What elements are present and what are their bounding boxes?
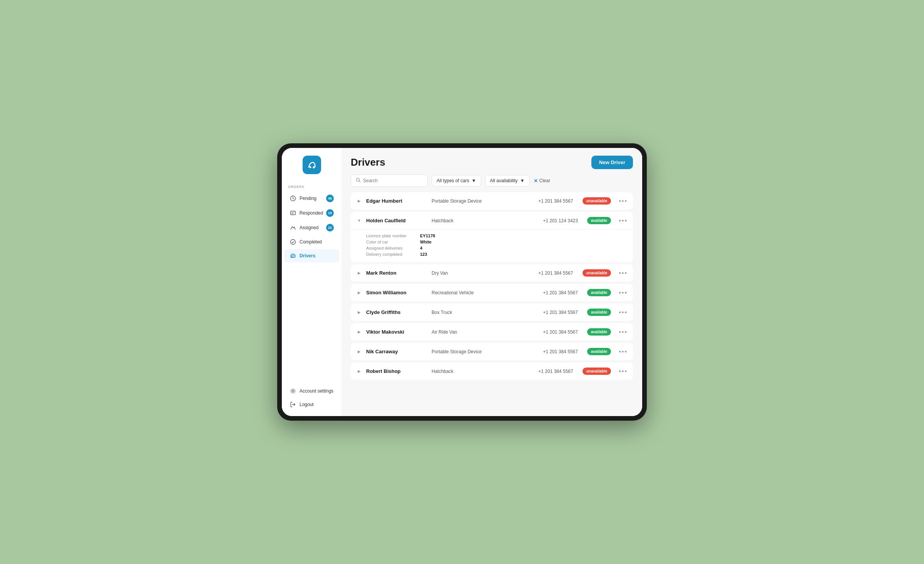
status-badge: available bbox=[587, 289, 611, 296]
driver-expand-row[interactable]: ▶ Nik Carraway Portable Storage Device +… bbox=[351, 343, 633, 360]
driver-name: Holden Caulfield bbox=[366, 218, 428, 223]
more-options-button[interactable]: ••• bbox=[619, 270, 628, 277]
search-icon bbox=[356, 178, 361, 184]
driver-row: ▶ Simon Williamon Recreational Vehicle +… bbox=[351, 284, 633, 301]
status-badge: unavailable bbox=[583, 269, 611, 277]
driver-expand-row[interactable]: ▶ Simon Williamon Recreational Vehicle +… bbox=[351, 284, 633, 301]
svg-point-8 bbox=[292, 390, 294, 392]
driver-expand-row[interactable]: ▶ Mark Renton Dry Van +1 201 384 5567 un… bbox=[351, 264, 633, 282]
responded-icon bbox=[290, 210, 296, 217]
driver-row: ▶ Nik Carraway Portable Storage Device +… bbox=[351, 343, 633, 360]
logout-icon bbox=[290, 401, 296, 408]
expand-icon: ▶ bbox=[356, 310, 362, 314]
sidebar-item-completed[interactable]: Completed bbox=[284, 235, 339, 248]
expand-icon: ▶ bbox=[356, 369, 362, 373]
svg-point-6 bbox=[291, 257, 292, 258]
responded-label: Responded bbox=[300, 210, 323, 216]
car-type-filter[interactable]: All types of cars ▼ bbox=[432, 175, 481, 186]
assigned-label: Assigned bbox=[300, 225, 318, 230]
driver-details: Licence plate number EY1178 Color of car… bbox=[351, 229, 633, 262]
driver-expand-row[interactable]: ▶ Edgar Humbert Portable Storage Device … bbox=[351, 192, 633, 210]
expand-icon: ▶ bbox=[356, 349, 362, 354]
svg-point-0 bbox=[309, 166, 311, 168]
driver-name: Edgar Humbert bbox=[366, 198, 428, 204]
driver-phone: +1 201 384 5567 bbox=[528, 349, 578, 354]
driver-expand-row[interactable]: ▼ Holden Caulfield Hatchback +1 201 124 … bbox=[351, 212, 633, 229]
driver-car-type: Box Truck bbox=[432, 310, 524, 315]
app-logo bbox=[303, 156, 321, 174]
settings-icon bbox=[290, 388, 296, 394]
driver-row: ▼ Holden Caulfield Hatchback +1 201 124 … bbox=[351, 212, 633, 262]
svg-point-4 bbox=[291, 240, 296, 245]
device-frame: ORDERS Pending 45 Respo bbox=[277, 143, 647, 421]
more-options-button[interactable]: ••• bbox=[619, 329, 628, 336]
drivers-label: Drivers bbox=[300, 253, 315, 258]
driver-car-type: Portable Storage Device bbox=[432, 198, 519, 204]
availability-label: All availability bbox=[490, 178, 518, 183]
account-label: Account settings bbox=[300, 388, 333, 394]
clear-x-icon: ✕ bbox=[534, 178, 538, 184]
driver-name: Mark Renton bbox=[366, 270, 428, 276]
licence-label: Licence plate number bbox=[366, 233, 416, 238]
pending-icon bbox=[290, 195, 296, 202]
page-title: Drivers bbox=[351, 156, 385, 168]
delivery-completed-value: 123 bbox=[420, 252, 628, 257]
sidebar-item-account[interactable]: Account settings bbox=[284, 384, 339, 398]
more-options-button[interactable]: ••• bbox=[619, 309, 628, 316]
availability-filter[interactable]: All availability ▼ bbox=[485, 175, 530, 186]
detail-grid: Licence plate number EY1178 Color of car… bbox=[366, 233, 628, 257]
expand-icon: ▶ bbox=[356, 199, 362, 203]
driver-row: ▶ Edgar Humbert Portable Storage Device … bbox=[351, 192, 633, 210]
svg-point-1 bbox=[313, 166, 315, 168]
driver-row: ▶ Mark Renton Dry Van +1 201 384 5567 un… bbox=[351, 264, 633, 282]
pending-badge: 45 bbox=[326, 195, 334, 202]
more-options-button[interactable]: ••• bbox=[619, 368, 628, 375]
more-options-button[interactable]: ••• bbox=[619, 217, 628, 224]
clear-button[interactable]: ✕ Clear bbox=[534, 178, 551, 184]
driver-name: Robert Bishop bbox=[366, 368, 428, 374]
driver-car-type: Hatchback bbox=[432, 218, 524, 223]
more-options-button[interactable]: ••• bbox=[619, 198, 628, 205]
expand-icon: ▶ bbox=[356, 330, 362, 334]
assigned-badge: 22 bbox=[326, 224, 334, 232]
sidebar-item-drivers[interactable]: Drivers bbox=[284, 249, 339, 262]
drivers-list: ▶ Edgar Humbert Portable Storage Device … bbox=[341, 192, 642, 416]
logo-area bbox=[282, 148, 341, 180]
driver-expand-row[interactable]: ▶ Viktor Makovski Air Ride Van +1 201 38… bbox=[351, 323, 633, 341]
main-header: Drivers New Driver bbox=[341, 148, 642, 175]
search-input[interactable] bbox=[363, 178, 423, 183]
delivery-completed-label: Delivery completed bbox=[366, 252, 416, 257]
driver-expand-row[interactable]: ▶ Clyde Griffiths Box Truck +1 201 384 5… bbox=[351, 304, 633, 321]
status-badge: unavailable bbox=[583, 197, 611, 205]
more-options-button[interactable]: ••• bbox=[619, 289, 628, 296]
status-badge: available bbox=[587, 328, 611, 336]
driver-phone: +1 201 384 5567 bbox=[523, 198, 573, 204]
svg-point-7 bbox=[294, 257, 295, 258]
driver-phone: +1 201 384 5567 bbox=[528, 290, 578, 295]
status-badge: available bbox=[587, 309, 611, 316]
logout-label: Logout bbox=[300, 402, 314, 407]
sidebar-item-assigned[interactable]: Assigned 22 bbox=[284, 221, 339, 235]
driver-name: Nik Carraway bbox=[366, 349, 428, 354]
sidebar-item-pending[interactable]: Pending 45 bbox=[284, 191, 339, 205]
assigned-icon bbox=[290, 224, 296, 231]
expand-icon: ▼ bbox=[356, 218, 362, 223]
assigned-deliveries-label: Assigned deliveries bbox=[366, 246, 416, 250]
drivers-icon bbox=[290, 252, 296, 259]
filters-row: All types of cars ▼ All availability ▼ ✕… bbox=[341, 175, 642, 192]
more-options-button[interactable]: ••• bbox=[619, 348, 628, 355]
driver-car-type: Air Ride Van bbox=[432, 329, 524, 335]
car-type-label: All types of cars bbox=[437, 178, 469, 183]
sidebar-item-logout[interactable]: Logout bbox=[284, 398, 339, 411]
sidebar: ORDERS Pending 45 Respo bbox=[282, 148, 341, 416]
svg-rect-5 bbox=[291, 255, 295, 257]
sidebar-item-responded[interactable]: Responded 10 bbox=[284, 206, 339, 220]
new-driver-button[interactable]: New Driver bbox=[591, 156, 633, 169]
driver-row: ▶ Clyde Griffiths Box Truck +1 201 384 5… bbox=[351, 304, 633, 321]
driver-car-type: Portable Storage Device bbox=[432, 349, 524, 354]
driver-expand-row[interactable]: ▶ Robert Bishop Hatchback +1 201 384 556… bbox=[351, 363, 633, 380]
driver-row: ▶ Robert Bishop Hatchback +1 201 384 556… bbox=[351, 363, 633, 380]
car-type-chevron-icon: ▼ bbox=[472, 178, 476, 183]
driver-name: Clyde Griffiths bbox=[366, 309, 428, 315]
screen: ORDERS Pending 45 Respo bbox=[282, 148, 642, 416]
